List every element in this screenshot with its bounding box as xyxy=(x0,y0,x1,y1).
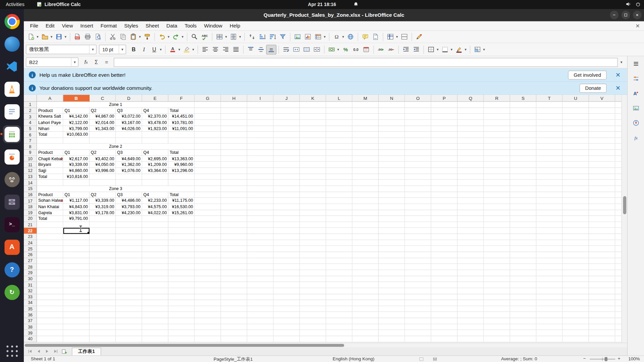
cell-C2[interactable]: Q2 xyxy=(90,108,116,114)
cell-P4[interactable] xyxy=(431,120,458,126)
cell-N22[interactable] xyxy=(379,228,405,234)
cell-F11[interactable]: ¥9,960.00 xyxy=(168,162,195,168)
cell-H38[interactable] xyxy=(221,324,247,330)
cell-L3[interactable] xyxy=(326,114,352,120)
cell-J20[interactable] xyxy=(274,216,300,222)
cell-B12[interactable]: ¥4,860.00 xyxy=(63,168,90,174)
row-header-34[interactable]: 34 xyxy=(24,300,37,306)
cell-L25[interactable] xyxy=(326,246,352,252)
cell-V2[interactable] xyxy=(589,108,615,114)
cell-R22[interactable] xyxy=(484,228,510,234)
sort-ascending-icon[interactable] xyxy=(257,32,268,42)
cell-G34[interactable] xyxy=(195,300,221,306)
cell-V10[interactable] xyxy=(589,156,615,162)
page-style[interactable]: PageStyle_工作表1 xyxy=(214,356,253,362)
cell-M14[interactable] xyxy=(353,180,379,186)
cell-O16[interactable] xyxy=(405,192,431,198)
cell-G26[interactable] xyxy=(195,252,221,258)
cell-O35[interactable] xyxy=(405,306,431,312)
cell-B17[interactable]: ¥1,117.00 xyxy=(63,198,90,204)
cell-N4[interactable] xyxy=(379,120,405,126)
cell-U25[interactable] xyxy=(563,246,589,252)
cell-H28[interactable] xyxy=(221,264,247,270)
cell-F35[interactable] xyxy=(168,306,195,312)
dock-gimp-icon[interactable] xyxy=(3,170,21,188)
functions-icon[interactable]: fx xyxy=(631,133,641,142)
cell-H23[interactable] xyxy=(221,234,247,240)
cell-M12[interactable] xyxy=(353,168,379,174)
cell-H19[interactable] xyxy=(221,210,247,216)
cell-V20[interactable] xyxy=(589,216,615,222)
row-header-1[interactable]: 1 xyxy=(24,102,37,108)
row-header-28[interactable]: 28 xyxy=(24,264,37,270)
cell-J16[interactable] xyxy=(274,192,300,198)
cell-R35[interactable] xyxy=(484,306,510,312)
column-header-O[interactable]: O xyxy=(405,95,431,102)
indent-increase-icon[interactable] xyxy=(401,45,411,54)
cell-O5[interactable] xyxy=(405,126,431,132)
cell-H32[interactable] xyxy=(221,288,247,294)
cell-R25[interactable] xyxy=(484,246,510,252)
cell-E36[interactable] xyxy=(142,312,168,318)
cell-C24[interactable] xyxy=(90,240,116,246)
cell-G8[interactable] xyxy=(195,144,221,150)
cell-R18[interactable] xyxy=(484,204,510,210)
cell-F27[interactable] xyxy=(168,258,195,264)
cell-T20[interactable] xyxy=(536,216,562,222)
cell-A37[interactable] xyxy=(37,318,63,324)
cell-C35[interactable] xyxy=(90,306,116,312)
cell-B26[interactable] xyxy=(63,252,90,258)
cell-A22[interactable] xyxy=(37,228,63,234)
cell-Q20[interactable] xyxy=(458,216,484,222)
cell-U21[interactable] xyxy=(563,222,589,228)
document-modified-icon[interactable] xyxy=(432,357,437,362)
cell-Q37[interactable] xyxy=(458,318,484,324)
clock-menu[interactable]: Apr 21 18:16 xyxy=(308,2,336,7)
cell-I17[interactable] xyxy=(247,198,273,204)
cell-V23[interactable] xyxy=(589,234,615,240)
cell-D22[interactable] xyxy=(116,228,142,234)
cell-F21[interactable] xyxy=(168,222,195,228)
row-header-26[interactable]: 26 xyxy=(24,252,37,258)
cell-I35[interactable] xyxy=(247,306,273,312)
cell-V9[interactable] xyxy=(589,150,615,156)
cell-I28[interactable] xyxy=(247,264,273,270)
cell-D2[interactable]: Q3 xyxy=(116,108,142,114)
row-header-9[interactable]: 9 xyxy=(24,150,37,156)
select-all-corner[interactable] xyxy=(24,95,37,102)
cell-V11[interactable] xyxy=(589,162,615,168)
cell-P36[interactable] xyxy=(431,312,458,318)
align-center-icon[interactable] xyxy=(210,45,221,54)
format-currency-icon[interactable] xyxy=(326,45,337,54)
cell-H5[interactable] xyxy=(221,126,247,132)
align-top-icon[interactable] xyxy=(246,45,256,54)
column-header-M[interactable]: M xyxy=(353,95,379,102)
column-header-K[interactable]: K xyxy=(300,95,326,102)
column-header-B[interactable]: B xyxy=(63,95,90,102)
hyperlink-icon[interactable] xyxy=(345,32,356,42)
cell-S31[interactable] xyxy=(510,282,536,288)
cell-O21[interactable] xyxy=(405,222,431,228)
cell-J7[interactable] xyxy=(274,138,300,144)
cell-U17[interactable] xyxy=(563,198,589,204)
cell-G27[interactable] xyxy=(195,258,221,264)
cell-K7[interactable] xyxy=(300,138,326,144)
cell-Q17[interactable] xyxy=(458,198,484,204)
format-date-icon[interactable] xyxy=(361,45,371,54)
dock-software-updater-icon[interactable]: ↻ xyxy=(3,283,21,301)
cell-E19[interactable]: ¥4,022.00 xyxy=(142,210,168,216)
cell-S7[interactable] xyxy=(510,138,536,144)
cell-B14[interactable] xyxy=(63,180,90,186)
cell-S5[interactable] xyxy=(510,126,536,132)
cell-B9[interactable]: Q1 xyxy=(63,150,90,156)
cell-S40[interactable] xyxy=(510,336,536,342)
cell-U7[interactable] xyxy=(563,138,589,144)
cell-T13[interactable] xyxy=(536,174,562,180)
horizontal-scrollbar[interactable] xyxy=(24,343,627,347)
cell-A30[interactable] xyxy=(37,276,63,282)
cell-L15[interactable] xyxy=(326,186,352,192)
cell-C31[interactable] xyxy=(90,282,116,288)
cell-I7[interactable] xyxy=(247,138,273,144)
cell-R17[interactable] xyxy=(484,198,510,204)
cell-P13[interactable] xyxy=(431,174,458,180)
